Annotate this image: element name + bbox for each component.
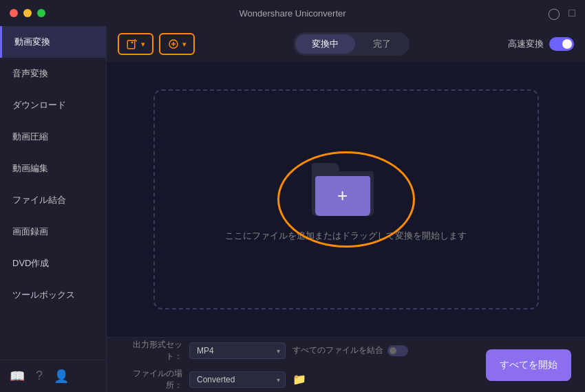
folder-open-icon: 📁 — [292, 373, 306, 385]
main-layout: 動画変換 音声変換 ダウンロード 動画圧縮 動画編集 ファイル結合 画面録画 D… — [0, 26, 585, 392]
title-bar: Wondershare Uniconverter ◯ □ — [0, 0, 585, 26]
tab-done[interactable]: 完了 — [357, 34, 407, 54]
sidebar: 動画変換 音声変換 ダウンロード 動画圧縮 動画編集 ファイル結合 画面録画 D… — [0, 26, 107, 392]
browse-folder-button[interactable]: 📁 — [292, 373, 306, 386]
sidebar-item-merge[interactable]: ファイル結合 — [0, 184, 106, 216]
location-select-wrap: Converted Desktop Downloads — [189, 371, 286, 388]
minimize-button[interactable] — [23, 9, 32, 17]
window-controls[interactable] — [10, 9, 45, 17]
speed-label: 高速変換 — [508, 38, 544, 50]
screen-add-icon — [167, 38, 180, 50]
settings-icon[interactable]: □ — [568, 7, 575, 20]
format-select-wrap: MP4 MKV AVI MOV — [189, 342, 286, 359]
app-title: Wondershare Uniconverter — [239, 8, 345, 19]
screen-add-chevron: ▾ — [182, 40, 187, 49]
sidebar-item-download[interactable]: ダウンロード — [0, 89, 106, 121]
location-row: ファイルの場所： Converted Desktop Downloads 📁 — [120, 368, 472, 391]
account-icon[interactable]: 👤 — [54, 369, 69, 384]
format-row: 出力形式セット： MP4 MKV AVI MOV すべてのファイルを結合 — [120, 339, 472, 362]
sidebar-item-compress[interactable]: 動画圧縮 — [0, 121, 106, 153]
location-label: ファイルの場所： — [120, 368, 182, 391]
bottom-bar: 出力形式セット： MP4 MKV AVI MOV すべてのファイルを結合 — [107, 337, 585, 392]
sidebar-item-edit[interactable]: 動画編集 — [0, 153, 106, 184]
format-select[interactable]: MP4 MKV AVI MOV — [189, 342, 286, 359]
drop-zone[interactable]: + ここにファイルを追加またはドラッグして変換を開始します — [153, 89, 539, 309]
speed-toggle[interactable] — [549, 37, 574, 51]
add-screen-button[interactable]: ▾ — [159, 33, 195, 55]
format-label: 出力形式セット： — [120, 339, 182, 362]
tab-converting[interactable]: 変換中 — [295, 34, 355, 54]
combine-toggle[interactable] — [387, 345, 408, 356]
start-all-button[interactable]: すべてを開始 — [486, 349, 571, 381]
drop-instruction: ここにファイルを追加またはドラッグして変換を開始します — [225, 230, 467, 242]
add-file-chevron: ▾ — [141, 40, 145, 49]
content-area: ▾ ▾ 変換中 完了 高速変換 — [107, 26, 585, 392]
toolbar: ▾ ▾ 変換中 完了 高速変換 — [107, 26, 585, 62]
add-file-icon — [126, 38, 138, 50]
add-file-button[interactable]: ▾ — [118, 33, 153, 55]
close-button[interactable] — [10, 9, 18, 17]
sidebar-item-screen-record[interactable]: 画面録画 — [0, 216, 106, 248]
sidebar-item-dvd[interactable]: DVD作成 — [0, 248, 106, 279]
combine-label: すべてのファイルを結合 — [292, 345, 383, 356]
sidebar-item-audio-convert[interactable]: 音声変換 — [0, 58, 106, 89]
folder-front-icon: + — [315, 176, 370, 216]
title-bar-icons[interactable]: ◯ □ — [548, 7, 575, 20]
folder-icon-wrap: + — [312, 157, 381, 216]
sidebar-item-toolbox[interactable]: ツールボックス — [0, 279, 106, 311]
account-icon[interactable]: ◯ — [548, 7, 560, 20]
book-icon[interactable]: 📖 — [10, 369, 25, 384]
speed-toggle-group: 高速変換 — [508, 37, 574, 51]
sidebar-item-video-convert[interactable]: 動画変換 — [0, 26, 106, 58]
location-select[interactable]: Converted Desktop Downloads — [189, 371, 286, 388]
drop-zone-container: + ここにファイルを追加またはドラッグして変換を開始します — [107, 62, 585, 337]
combine-toggle-group: すべてのファイルを結合 — [292, 345, 408, 356]
tab-group: 変換中 完了 — [293, 32, 410, 56]
maximize-button[interactable] — [37, 9, 45, 17]
svg-rect-0 — [127, 41, 135, 49]
bottom-fields: 出力形式セット： MP4 MKV AVI MOV すべてのファイルを結合 — [120, 339, 472, 391]
sidebar-bottom: 📖 ? 👤 — [0, 360, 106, 392]
help-icon[interactable]: ? — [36, 369, 43, 384]
